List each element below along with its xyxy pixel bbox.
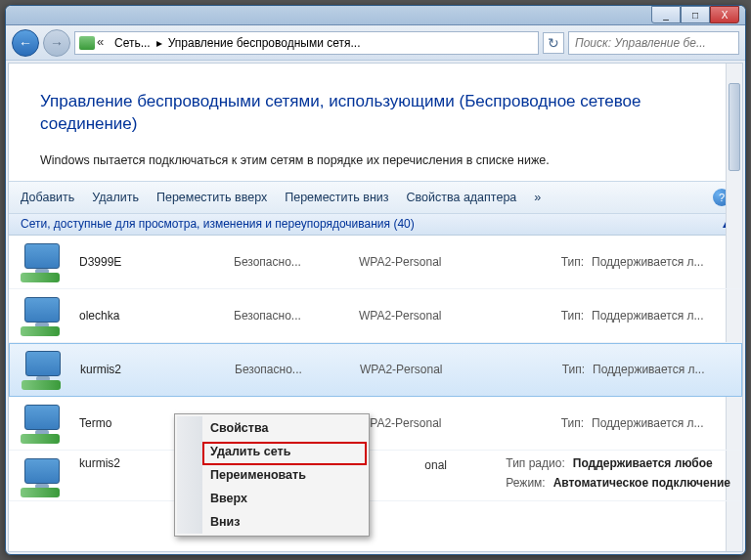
network-name: kurmis2 bbox=[80, 363, 227, 376]
close-button[interactable]: X bbox=[710, 6, 739, 23]
type-label: Тип: bbox=[543, 309, 584, 323]
network-name: D3999E bbox=[79, 255, 226, 269]
ctx-properties[interactable]: Свойства bbox=[177, 416, 367, 440]
type-label: Тип: bbox=[543, 255, 584, 269]
radio-type-label: Тип радио: bbox=[506, 456, 564, 470]
ctx-delete-network[interactable]: Удалить сеть bbox=[177, 440, 367, 463]
list-group-header[interactable]: Сети, доступные для просмотра, изменения… bbox=[9, 214, 742, 236]
toolbar-remove[interactable]: Удалить bbox=[92, 191, 139, 204]
page-title: Управление беспроводными сетями, использ… bbox=[40, 91, 711, 136]
encryption-value: WPA2-Personal bbox=[359, 309, 535, 323]
page-subtitle: Windows пытается подключаться к этим сет… bbox=[40, 153, 711, 167]
breadcrumb-arrow-icon: ▸ bbox=[156, 36, 162, 50]
type-value: Поддерживается л... bbox=[593, 363, 729, 376]
wifi-network-icon bbox=[21, 241, 71, 282]
mode-value: Автоматическое подключение bbox=[553, 476, 730, 490]
ctx-move-up[interactable]: Вверх bbox=[177, 487, 367, 510]
type-value: Поддерживается л... bbox=[592, 309, 730, 323]
navigation-bar: ← → Сеть... ▸ Управление беспроводными с… bbox=[6, 25, 745, 61]
wifi-network-icon bbox=[21, 403, 71, 444]
search-input[interactable] bbox=[568, 31, 739, 55]
network-row-selected[interactable]: kurmis2 Безопасно... WPA2-Personal Тип: … bbox=[9, 343, 742, 397]
toolbar-more[interactable]: » bbox=[534, 191, 541, 204]
toolbar-add[interactable]: Добавить bbox=[21, 191, 74, 204]
network-list: D3999E Безопасно... WPA2-Personal Тип: П… bbox=[9, 236, 742, 501]
scrollbar-thumb[interactable] bbox=[729, 83, 740, 171]
breadcrumb-seg2[interactable]: Управление беспроводными сетя... bbox=[168, 36, 361, 50]
window-controls: _ □ X bbox=[651, 6, 739, 23]
ctx-move-down[interactable]: Вниз bbox=[177, 510, 367, 534]
wifi-network-icon bbox=[22, 349, 72, 390]
nav-forward-button[interactable]: → bbox=[43, 29, 70, 57]
list-group-title: Сети, доступные для просмотра, изменения… bbox=[21, 217, 415, 231]
network-icon bbox=[79, 36, 95, 50]
network-details: Тип радио: Поддерживается любое Режим: А… bbox=[506, 456, 730, 490]
type-value: Поддерживается л... bbox=[592, 416, 730, 430]
breadcrumb-seg1[interactable]: Сеть... bbox=[114, 36, 151, 50]
network-row[interactable]: D3999E Безопасно... WPA2-Personal Тип: П… bbox=[9, 236, 742, 289]
toolbar-move-up[interactable]: Переместить вверх bbox=[156, 191, 267, 204]
minimize-button[interactable]: _ bbox=[651, 6, 681, 23]
encryption-value: WPA2-Personal bbox=[359, 255, 535, 269]
mode-label: Режим: bbox=[506, 476, 545, 490]
refresh-button[interactable]: ↻ bbox=[543, 32, 564, 54]
type-label: Тип: bbox=[543, 416, 584, 430]
security-label: Безопасно... bbox=[235, 363, 352, 376]
network-row[interactable]: kurmis2 onal Тип радио: Поддерживается л… bbox=[9, 451, 742, 501]
content-pane: Управление беспроводными сетями, использ… bbox=[8, 63, 743, 552]
network-row[interactable]: olechka Безопасно... WPA2-Personal Тип: … bbox=[9, 289, 742, 343]
address-breadcrumb[interactable]: Сеть... ▸ Управление беспроводными сетя.… bbox=[74, 31, 539, 55]
page-header: Управление беспроводными сетями, использ… bbox=[9, 64, 742, 181]
nav-back-button[interactable]: ← bbox=[12, 29, 39, 57]
toolbar-adapter-props[interactable]: Свойства адаптера bbox=[407, 191, 517, 204]
toolbar-move-down[interactable]: Переместить вниз bbox=[285, 191, 388, 204]
radio-type-value: Поддерживается любое bbox=[573, 456, 713, 470]
encryption-value: WPA2-Personal bbox=[359, 416, 535, 430]
security-label: Безопасно... bbox=[234, 255, 351, 269]
wifi-network-icon bbox=[21, 456, 71, 497]
explorer-window: _ □ X ← → Сеть... ▸ Управление беспровод… bbox=[5, 5, 746, 555]
wifi-network-icon bbox=[21, 295, 71, 336]
window-titlebar: _ □ X bbox=[6, 6, 745, 25]
type-label: Тип: bbox=[544, 363, 585, 376]
maximize-button[interactable]: □ bbox=[681, 6, 710, 23]
network-name: olechka bbox=[79, 309, 226, 323]
type-value: Поддерживается л... bbox=[592, 255, 730, 269]
network-row[interactable]: Termo Безопасно... WPA2-Personal Тип: По… bbox=[9, 397, 742, 451]
context-menu: Свойства Удалить сеть Переименовать Ввер… bbox=[174, 413, 370, 537]
encryption-value: WPA2-Personal bbox=[360, 363, 536, 376]
ctx-rename[interactable]: Переименовать bbox=[177, 463, 367, 487]
command-toolbar: Добавить Удалить Переместить вверх Перем… bbox=[9, 181, 742, 214]
security-label: Безопасно... bbox=[234, 309, 351, 323]
